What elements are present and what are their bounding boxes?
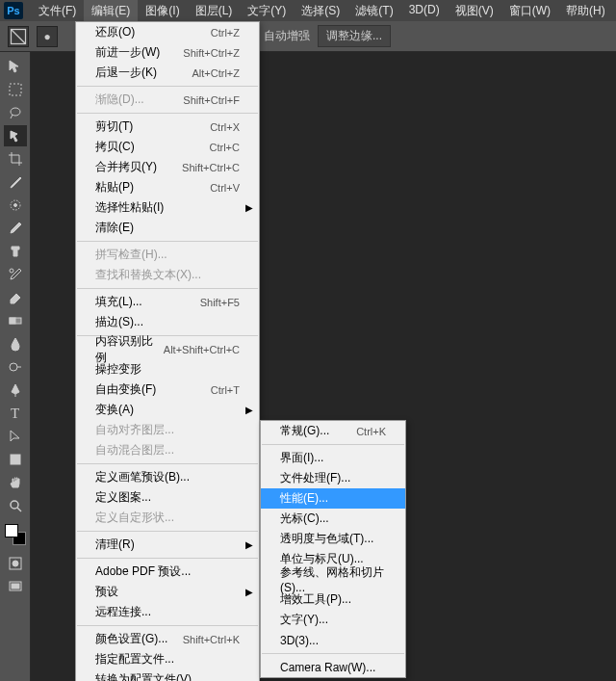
menu-2[interactable]: 图像(I) bbox=[138, 0, 187, 22]
menu-item[interactable]: 文件处理(F)... bbox=[261, 468, 405, 488]
menu-item[interactable]: 粘贴(P)Ctrl+V bbox=[76, 177, 259, 197]
quick-mask-tool[interactable] bbox=[4, 553, 27, 574]
hand-tool[interactable] bbox=[4, 472, 27, 493]
menu-1[interactable]: 编辑(E) bbox=[84, 0, 138, 22]
menu-item[interactable]: 清除(E) bbox=[76, 218, 259, 238]
color-swatches[interactable] bbox=[5, 524, 26, 545]
pen-tool[interactable] bbox=[4, 380, 27, 401]
adjust-edges-button[interactable]: 调整边缘... bbox=[318, 25, 391, 47]
healing-brush-tool[interactable] bbox=[4, 195, 27, 216]
menu-item[interactable]: 清理(R)▶ bbox=[76, 535, 259, 555]
dodge-tool[interactable] bbox=[4, 356, 27, 378]
menu-item[interactable]: 内容识别比例Alt+Shift+Ctrl+C bbox=[76, 339, 259, 359]
type-tool[interactable]: T bbox=[4, 403, 27, 424]
menu-0[interactable]: 文件(F) bbox=[31, 0, 84, 22]
menu-item[interactable]: 3D(3)... bbox=[261, 630, 405, 650]
menu-item-label: 指定配置文件... bbox=[95, 651, 240, 668]
menu-item-label: 文件处理(F)... bbox=[280, 470, 386, 486]
menu-item[interactable]: 文字(Y)... bbox=[261, 610, 405, 630]
menu-item-label: 颜色设置(G)... bbox=[95, 631, 183, 647]
menu-item[interactable]: 还原(O)Ctrl+Z bbox=[76, 22, 259, 42]
menu-item-label: 界面(I)... bbox=[280, 450, 386, 466]
zoom-tool[interactable] bbox=[4, 495, 27, 516]
menu-9[interactable]: 窗口(W) bbox=[501, 0, 558, 22]
history-brush-tool[interactable] bbox=[4, 264, 27, 285]
menu-item[interactable]: 定义画笔预设(B)... bbox=[76, 467, 259, 487]
menu-item[interactable]: 常规(G)...Ctrl+K bbox=[261, 421, 405, 441]
menu-item-label: 描边(S)... bbox=[95, 314, 240, 330]
menu-8[interactable]: 视图(V) bbox=[448, 0, 501, 22]
shape-tool[interactable] bbox=[4, 449, 27, 470]
menu-item[interactable]: 后退一步(K)Alt+Ctrl+Z bbox=[76, 63, 259, 83]
tool-preset-icon[interactable] bbox=[8, 26, 29, 47]
menu-item[interactable]: 变换(A)▶ bbox=[76, 400, 259, 420]
menu-7[interactable]: 3D(D) bbox=[401, 0, 448, 22]
menu-item-label: 剪切(T) bbox=[95, 118, 210, 135]
menu-item[interactable]: 填充(L)...Shift+F5 bbox=[76, 292, 259, 312]
svg-rect-9 bbox=[11, 455, 20, 464]
menu-item[interactable]: 选择性粘贴(I)▶ bbox=[76, 197, 259, 218]
menu-item: 自动混合图层... bbox=[76, 440, 259, 460]
menu-item[interactable]: 界面(I)... bbox=[261, 448, 405, 468]
menu-item[interactable]: 预设▶ bbox=[76, 582, 259, 602]
menu-separator bbox=[77, 531, 258, 532]
brush-tool[interactable] bbox=[4, 218, 27, 239]
eraser-tool[interactable] bbox=[4, 287, 27, 308]
menu-item-label: 变换(A) bbox=[95, 402, 240, 418]
menu-3[interactable]: 图层(L) bbox=[188, 0, 241, 22]
menu-item[interactable]: 光标(C)... bbox=[261, 509, 405, 529]
menu-separator bbox=[77, 241, 258, 242]
screen-mode-tool[interactable] bbox=[4, 576, 27, 597]
menu-5[interactable]: 选择(S) bbox=[294, 0, 347, 22]
quick-selection-tool[interactable] bbox=[4, 125, 27, 146]
menu-item[interactable]: 透明度与色域(T)... bbox=[261, 529, 405, 549]
menu-item[interactable]: 参考线、网格和切片(S)... bbox=[261, 569, 405, 589]
menu-item[interactable]: 自由变换(F)Ctrl+T bbox=[76, 380, 259, 400]
svg-rect-7 bbox=[10, 318, 15, 324]
clone-stamp-tool[interactable] bbox=[4, 241, 27, 262]
menu-item-label: 渐隐(D)... bbox=[95, 92, 183, 108]
path-selection-tool[interactable] bbox=[4, 426, 27, 447]
menu-shortcut: Ctrl+Z bbox=[211, 27, 240, 39]
blur-tool[interactable] bbox=[4, 333, 27, 354]
menu-item[interactable]: 转换为配置文件(V)... bbox=[76, 669, 259, 681]
crop-tool[interactable] bbox=[4, 148, 27, 170]
svg-rect-1 bbox=[10, 84, 21, 95]
move-tool[interactable] bbox=[4, 56, 27, 77]
menu-shortcut: Ctrl+X bbox=[210, 121, 240, 133]
lasso-tool[interactable] bbox=[4, 102, 27, 123]
menu-item[interactable]: 操控变形 bbox=[76, 359, 259, 380]
menubar: Ps 文件(F)编辑(E)图像(I)图层(L)文字(Y)选择(S)滤镜(T)3D… bbox=[0, 0, 616, 21]
submenu-arrow-icon: ▶ bbox=[245, 202, 253, 213]
menu-item-label: 增效工具(P)... bbox=[280, 591, 386, 608]
menu-item[interactable]: Camera Raw(W)... bbox=[261, 657, 405, 677]
menu-item[interactable]: 指定配置文件... bbox=[76, 649, 259, 669]
menu-separator bbox=[262, 444, 404, 445]
menu-item-label: Adobe PDF 预设... bbox=[95, 563, 240, 580]
menu-item-label: 填充(L)... bbox=[95, 294, 200, 310]
menu-item[interactable]: 剪切(T)Ctrl+X bbox=[76, 117, 259, 137]
gradient-tool[interactable] bbox=[4, 310, 27, 331]
menu-4[interactable]: 文字(Y) bbox=[240, 0, 294, 22]
auto-enhance-label: 自动增强 bbox=[264, 28, 310, 44]
menu-item-label: 文字(Y)... bbox=[280, 612, 386, 628]
menu-item[interactable]: 定义图案... bbox=[76, 487, 259, 508]
menu-item[interactable]: Adobe PDF 预设... bbox=[76, 562, 259, 582]
app-logo: Ps bbox=[4, 2, 23, 19]
menu-item[interactable]: 合并拷贝(Y)Shift+Ctrl+C bbox=[76, 157, 259, 177]
brush-preset-icon[interactable]: ● bbox=[37, 26, 58, 47]
menu-6[interactable]: 滤镜(T) bbox=[347, 0, 400, 22]
toolbar: T bbox=[0, 52, 31, 681]
eyedropper-tool[interactable] bbox=[4, 171, 27, 193]
marquee-tool[interactable] bbox=[4, 79, 27, 100]
menu-item[interactable]: 颜色设置(G)...Shift+Ctrl+K bbox=[76, 629, 259, 649]
menu-item[interactable]: 前进一步(W)Shift+Ctrl+Z bbox=[76, 42, 259, 63]
menu-10[interactable]: 帮助(H) bbox=[558, 0, 613, 22]
menu-item-label: 3D(3)... bbox=[280, 634, 386, 647]
menu-item[interactable]: 性能(E)... bbox=[261, 488, 405, 509]
menu-item[interactable]: 增效工具(P)... bbox=[261, 589, 405, 610]
menu-item[interactable]: 描边(S)... bbox=[76, 312, 259, 332]
menu-item[interactable]: 远程连接... bbox=[76, 602, 259, 622]
menu-item-label: 自由变换(F) bbox=[95, 381, 211, 398]
menu-item[interactable]: 拷贝(C)Ctrl+C bbox=[76, 137, 259, 157]
